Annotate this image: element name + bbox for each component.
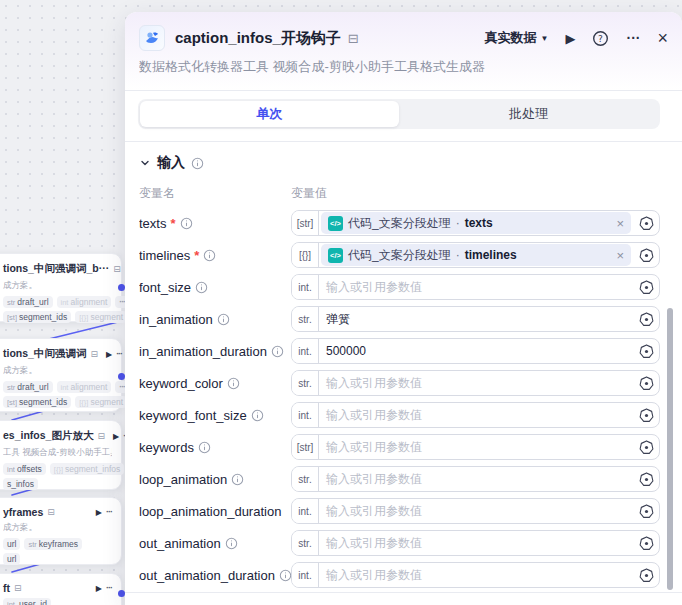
param-chip[interactable]: strdraft_url <box>3 381 53 393</box>
reference-selector-icon[interactable] <box>633 248 659 263</box>
param-chip[interactable]: intalignment <box>57 296 112 308</box>
node-more-icon[interactable]: ··· <box>106 507 112 517</box>
param-value-field[interactable]: int.输入或引用参数值 <box>291 562 660 588</box>
node-title: yframes <box>3 506 43 518</box>
param-chip[interactable]: s_infos <box>3 478 38 490</box>
reference-field-name: timelines <box>465 248 517 262</box>
param-value-field[interactable]: str.输入或引用参数值 <box>291 370 660 396</box>
reference-selector-icon[interactable] <box>633 376 659 391</box>
param-row: in_animationstr.弹簧 <box>139 303 660 335</box>
param-input[interactable]: 输入或引用参数值 <box>319 531 633 555</box>
param-chip[interactable]: strdraft_url <box>3 296 53 308</box>
node-run-icon[interactable]: ▶ <box>96 508 102 517</box>
reference-selector-icon[interactable] <box>633 408 659 423</box>
param-value-field[interactable]: int.输入或引用参数值 <box>291 402 660 428</box>
type-badge: int. <box>292 339 319 363</box>
param-name: in_animation <box>139 312 213 327</box>
param-value-field[interactable]: str.弹簧 <box>291 306 660 332</box>
param-value-field[interactable]: str.输入或引用参数值 <box>291 466 660 492</box>
param-label: out_animation_duration <box>139 568 291 583</box>
param-value-field[interactable]: [str]</>代码_文案分段处理·texts× <box>291 210 660 236</box>
scrollbar-thumb[interactable] <box>667 308 673 590</box>
info-icon <box>251 409 264 422</box>
param-chip[interactable]: [{}]segment <box>75 396 127 408</box>
input-section-header[interactable]: 输入 <box>139 154 668 172</box>
param-input[interactable]: 输入或引用参数值 <box>319 275 633 299</box>
reference-selector-icon[interactable] <box>633 440 659 455</box>
chip-row: int.user_id <box>3 598 112 605</box>
param-value-field[interactable]: [str]输入或引用参数值 <box>291 434 660 460</box>
param-value-field[interactable]: str.输入或引用参数值 <box>291 530 660 556</box>
workflow-node[interactable]: ft ⊟ ▶ ··· int.user_id <box>0 573 122 605</box>
workflow-node[interactable]: tions_中间强调词 ⊟ ▶ ··· 成方案。 strdraft_urlint… <box>0 338 122 412</box>
node-run-icon[interactable]: ▶ <box>96 584 102 593</box>
chip-row: intoffsets[{}]segment_infos··· <box>3 463 112 475</box>
param-input[interactable]: 输入或引用参数值 <box>319 403 633 427</box>
chip-row: strdraft_urlintalignment··· <box>3 381 112 393</box>
clear-reference-icon[interactable]: × <box>610 249 624 262</box>
close-button[interactable]: × <box>657 29 668 47</box>
data-mode-dropdown[interactable]: 真实数据 ▼ <box>485 29 549 47</box>
param-label: out_animation <box>139 536 291 551</box>
chip-type: int. <box>7 600 17 605</box>
node-run-icon[interactable]: ▶ <box>106 350 112 359</box>
node-output-port[interactable] <box>118 284 125 291</box>
column-header-value: 变量值 <box>291 185 327 201</box>
workflow-node[interactable]: tions_中间强调词_b··· ⊟ ▶ ··· 成方案。 strdraft_u… <box>0 253 122 322</box>
param-chip[interactable]: [st]segment_ids <box>3 311 71 323</box>
workflow-node[interactable]: yframes ⊟ ▶ ··· 成方案。 urlstrkeyframesurl <box>0 497 122 565</box>
param-input[interactable]: 弹簧 <box>319 307 633 331</box>
divider <box>125 141 682 142</box>
note-icon: ⊟ <box>97 431 105 441</box>
param-chip[interactable]: url <box>3 553 20 565</box>
reference-selector-icon[interactable] <box>633 216 659 231</box>
param-row: loop_animationstr.输入或引用参数值 <box>139 463 660 495</box>
reference-node-name: 代码_文案分段处理 <box>348 215 451 232</box>
param-value-field[interactable]: [{}]</>代码_文案分段处理·timelines× <box>291 242 660 268</box>
param-value-field[interactable]: int.500000 <box>291 338 660 364</box>
node-more-icon[interactable]: ··· <box>116 349 122 359</box>
param-chip[interactable]: [{}]segment <box>75 311 127 323</box>
param-value-field[interactable]: int.输入或引用参数值 <box>291 498 660 524</box>
param-chip[interactable]: [st]segment_ids <box>3 396 71 408</box>
param-input[interactable]: 输入或引用参数值 <box>319 563 633 587</box>
help-icon[interactable]: ? <box>592 30 609 47</box>
required-asterisk: * <box>170 216 175 231</box>
param-chip[interactable]: intoffsets <box>3 463 46 475</box>
reference-selector-icon[interactable] <box>633 568 659 583</box>
note-icon: ⊟ <box>14 583 22 593</box>
node-title: ft <box>3 582 10 594</box>
param-input[interactable]: 500000 <box>319 339 633 363</box>
reference-selector-icon[interactable] <box>633 504 659 519</box>
node-output-port[interactable] <box>118 590 125 597</box>
reference-selector-icon[interactable] <box>633 280 659 295</box>
run-button[interactable]: ▶ <box>565 32 575 45</box>
param-row: keywords[str]输入或引用参数值 <box>139 431 660 463</box>
param-chip[interactable]: url <box>3 538 20 550</box>
param-input[interactable]: 输入或引用参数值 <box>319 371 633 395</box>
node-more-icon[interactable]: ··· <box>106 583 112 593</box>
node-run-icon[interactable]: ▶ <box>113 432 119 441</box>
param-input[interactable]: 输入或引用参数值 <box>319 435 633 459</box>
more-menu-button[interactable]: ··· <box>626 31 640 45</box>
divider <box>125 592 682 593</box>
param-chip[interactable]: [{}]segment_infos <box>50 463 124 475</box>
workflow-node[interactable]: es_infos_图片放大 ⊟ ▶ ··· 工具 视频合成-剪映小助手工具格式生… <box>0 420 122 490</box>
clear-reference-icon[interactable]: × <box>610 217 624 230</box>
param-chip[interactable]: intalignment <box>57 381 112 393</box>
reference-selector-icon[interactable] <box>633 344 659 359</box>
tab-single-run[interactable]: 单次 <box>140 101 399 127</box>
note-icon: ⊟ <box>113 264 121 274</box>
note-icon[interactable]: ⊟ <box>348 31 359 46</box>
reference-selector-icon[interactable] <box>633 312 659 327</box>
reference-selector-icon[interactable] <box>633 536 659 551</box>
param-input[interactable]: 输入或引用参数值 <box>319 467 633 491</box>
tab-batch[interactable]: 批处理 <box>399 101 658 127</box>
reference-selector-icon[interactable] <box>633 472 659 487</box>
param-chip[interactable]: int.user_id <box>3 598 51 605</box>
param-value-field[interactable]: int.输入或引用参数值 <box>291 274 660 300</box>
node-output-port[interactable] <box>118 373 125 380</box>
param-input[interactable]: 输入或引用参数值 <box>319 499 633 523</box>
type-badge: int. <box>292 275 319 299</box>
param-chip[interactable]: strkeyframes <box>24 538 82 550</box>
